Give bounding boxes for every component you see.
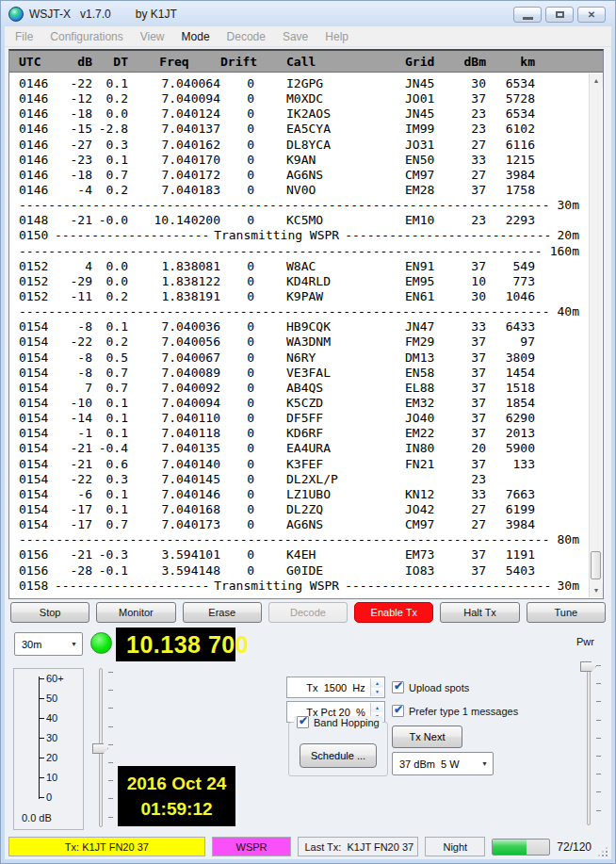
header-km[interactable]: km: [486, 55, 535, 69]
decode-row[interactable]: 0154-10.17.0401180KD6RFEM22372013: [19, 426, 589, 441]
band-separator-row[interactable]: ----------------------------------------…: [19, 244, 589, 259]
transmitting-row[interactable]: 0158------------------------------------…: [19, 579, 589, 594]
band-separator-row[interactable]: ----------------------------------------…: [19, 304, 589, 319]
decode-row[interactable]: 0154-80.17.0400360HB9CQKJN47336433: [19, 319, 589, 334]
decode-row[interactable]: 0154-220.27.0400560WA3DNMFM293797: [19, 334, 589, 350]
decode-row[interactable]: 015470.77.0400920AB4QSEL88371518: [19, 381, 589, 396]
menu-item-configurations[interactable]: Configurations: [41, 27, 131, 46]
decode-row[interactable]: 0154-140.17.0401100DF5FFJO40376290: [19, 411, 589, 426]
decode-row[interactable]: 0154-80.57.0400670N6RYDM13373809: [19, 350, 589, 366]
menu-item-view[interactable]: View: [132, 27, 173, 46]
schedule-button[interactable]: Schedule ...: [300, 743, 377, 768]
tx-next-button[interactable]: Tx Next: [392, 725, 462, 748]
header-utc[interactable]: UTC: [19, 55, 55, 69]
slider-handle[interactable]: [92, 743, 108, 754]
last-tx-panel: Last Tx: K1JT FN20 37: [298, 837, 418, 856]
cell-utc: 0154: [19, 517, 55, 532]
decode-row[interactable]: 0146-270.37.0401620DL8YCAJO31276116: [19, 138, 589, 153]
decode-row[interactable]: 0154-210.67.0401400K3FEFFN2137133: [19, 457, 589, 472]
maximize-button[interactable]: [545, 7, 574, 23]
resize-grip[interactable]: [598, 847, 608, 856]
spin-up-icon[interactable]: ▲: [371, 678, 383, 688]
tune-button[interactable]: Tune: [527, 602, 606, 623]
cell-drift: 0: [220, 366, 258, 381]
pwr-slider[interactable]: [579, 660, 604, 827]
title-bar[interactable]: WSJT-X v1.7.0 by K1JT ✕: [5, 1, 611, 26]
decode-row[interactable]: 0152-110.21.8381910K9PAWEN61301046: [19, 289, 589, 304]
cell-dbm: 27: [458, 168, 486, 183]
decode-row[interactable]: 0154-220.37.0401450DL2XL/P23: [19, 472, 589, 487]
separator-band-label: 160m: [543, 244, 579, 259]
menu-item-mode[interactable]: Mode: [173, 27, 219, 46]
erase-button[interactable]: Erase: [183, 602, 262, 623]
cell-dbm: 27: [458, 502, 486, 517]
monitor-button[interactable]: Monitor: [96, 602, 175, 623]
decode-button[interactable]: Decode: [268, 602, 348, 623]
cell-grid: EM73: [405, 547, 458, 562]
decode-row[interactable]: 0154-60.17.0401460LZ1UBOKN12337663: [19, 487, 589, 502]
decode-row[interactable]: 0146-15-2.87.0401370EA5CYAIM99236102: [19, 122, 589, 137]
decode-row[interactable]: 0146-40.27.0401830NV0OEM28371758: [19, 183, 589, 198]
halt-tx-button[interactable]: Halt Tx: [440, 602, 519, 623]
decode-row[interactable]: 0148-21-0.010.1402000KC5MOEM10232293: [19, 213, 589, 228]
stop-button[interactable]: Stop: [10, 602, 89, 623]
decode-row[interactable]: 0156-21-0.33.5941010K4EHEM73371191: [19, 547, 589, 562]
band-separator-row[interactable]: ----------------------------------------…: [19, 198, 589, 213]
header-dt[interactable]: DT: [92, 55, 128, 69]
menu-item-help[interactable]: Help: [316, 27, 357, 46]
decode-row[interactable]: 015240.01.8380810W8ACEN9137549: [19, 259, 589, 274]
decodes-body[interactable]: 0146-220.17.0400640I2GPGJN453065340146-1…: [9, 73, 589, 598]
header-call[interactable]: Call: [258, 55, 405, 69]
header-dbm[interactable]: dBm: [458, 55, 486, 69]
cell-dt: 0.1: [92, 426, 128, 441]
close-button[interactable]: ✕: [577, 7, 606, 23]
cell-utc: 0146: [19, 153, 55, 168]
rx-gain-slider[interactable]: [91, 666, 116, 829]
tx-power-selector[interactable]: 37 dBm 5 W ▼: [392, 752, 494, 775]
decode-row[interactable]: 0146-220.17.0400640I2GPGJN45306534: [19, 76, 589, 91]
cell-dt: 0.7: [92, 168, 128, 183]
decode-row[interactable]: 0152-290.01.8381220KD4RLDEM9510773: [19, 274, 589, 289]
decode-row[interactable]: 0146-120.27.0400940M0XDCJO01375728: [19, 91, 589, 106]
header-freq[interactable]: Freq: [128, 55, 220, 69]
header-drift[interactable]: Drift: [220, 55, 258, 69]
decode-row[interactable]: 0154-100.17.0400940K5CZDEM32371854: [19, 396, 589, 411]
menu-item-decode[interactable]: Decode: [219, 27, 274, 46]
check-icon: ✔: [299, 714, 308, 727]
scroll-down-icon[interactable]: ▼: [590, 583, 603, 597]
menu-item-file[interactable]: File: [7, 27, 41, 46]
header-db[interactable]: dB: [55, 55, 92, 69]
minimize-button[interactable]: [513, 7, 542, 23]
upload-spots-checkbox[interactable]: ✔ Upload spots: [392, 681, 469, 693]
decode-row[interactable]: 0146-230.17.0401700K9ANEN50331215: [19, 153, 589, 168]
menu-item-save[interactable]: Save: [274, 27, 316, 46]
spin-up-icon[interactable]: ▲: [371, 703, 383, 712]
decode-row[interactable]: 0154-80.77.0400890VE3FALEN58371454: [19, 366, 589, 381]
decode-row[interactable]: 0154-21-0.47.0401350EA4URAIN80205900: [19, 441, 589, 456]
decode-row[interactable]: 0146-180.07.0401240IK2AOSJN45236534: [19, 106, 589, 122]
scroll-thumb[interactable]: [591, 551, 601, 579]
decode-row[interactable]: 0156-28-0.13.5941480G0IDEIO83375403: [19, 563, 589, 579]
transmitting-row[interactable]: 0150------------------------------------…: [19, 228, 589, 243]
tx-frequency-spinner[interactable]: Tx 1500 Hz ▲ ▼: [286, 677, 385, 698]
decode-row[interactable]: 0154-170.17.0401680DL2ZQJO42276199: [19, 502, 589, 517]
cell-dbm: 30: [458, 289, 486, 304]
decode-row[interactable]: 0154-170.77.0401730AG6NSCM97273984: [19, 517, 589, 532]
band-hopping-checkbox[interactable]: ✔ Band Hopping: [294, 716, 382, 728]
spin-down-icon[interactable]: ▼: [371, 688, 383, 697]
cell-grid: FM29: [405, 334, 458, 350]
cell-utc: 0146: [19, 122, 55, 137]
enable-tx-button[interactable]: Enable Tx: [354, 602, 433, 623]
band-separator-row[interactable]: ----------------------------------------…: [19, 532, 589, 547]
band-selector[interactable]: 30m ▼: [14, 632, 83, 656]
cell-grid: KN12: [405, 487, 458, 502]
scrollbar[interactable]: ▲ ▼: [589, 73, 602, 597]
cell-call: WA3DNM: [258, 334, 405, 350]
slider-handle[interactable]: [580, 661, 596, 672]
prefer-type1-checkbox[interactable]: ✔ Prefer type 1 messages: [392, 705, 518, 717]
cell-call: IK2AOS: [258, 106, 405, 122]
decode-row[interactable]: 0146-180.77.0401720AG6NSCM97273984: [19, 168, 589, 183]
cell-call: KD4RLD: [258, 274, 405, 289]
scroll-up-icon[interactable]: ▲: [590, 73, 603, 88]
header-grid[interactable]: Grid: [405, 55, 458, 69]
